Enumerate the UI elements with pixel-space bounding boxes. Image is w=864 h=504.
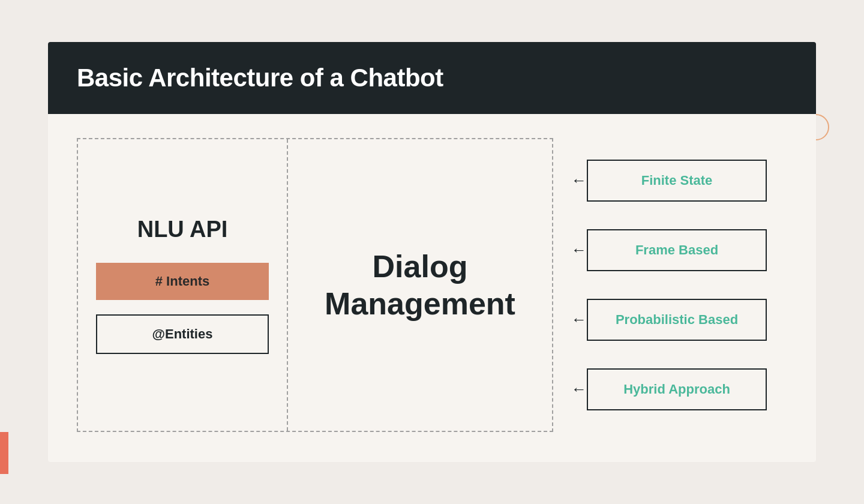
approach-row-frame-based: ← Frame Based xyxy=(571,229,767,271)
page-title: Basic Architecture of a Chatbot xyxy=(77,64,787,92)
arrow-icon-3: ← xyxy=(571,312,587,328)
main-card: Basic Architecture of a Chatbot NLU API … xyxy=(48,42,816,462)
hybrid-label: Hybrid Approach xyxy=(623,382,730,397)
arrow-icon-1: ← xyxy=(571,173,587,188)
intents-box: # Intents xyxy=(96,263,269,300)
approach-row-hybrid: ← Hybrid Approach xyxy=(571,368,767,410)
probabilistic-label: Probabilistic Based xyxy=(616,312,738,327)
entities-label: @Entities xyxy=(152,326,213,341)
approach-row-probabilistic: ← Probabilistic Based xyxy=(571,299,767,341)
page-container: Basic Architecture of a Chatbot NLU API … xyxy=(0,0,864,504)
outer-dashed-container: NLU API # Intents @Entities DialogManage… xyxy=(77,138,553,432)
entities-box: @Entities xyxy=(96,314,269,354)
frame-based-label: Frame Based xyxy=(635,242,718,257)
finite-state-label: Finite State xyxy=(641,173,713,188)
frame-based-box: Frame Based xyxy=(587,229,767,271)
header-banner: Basic Architecture of a Chatbot xyxy=(48,42,816,114)
diagram-area: NLU API # Intents @Entities DialogManage… xyxy=(48,114,816,462)
nlu-title: NLU API xyxy=(137,217,228,242)
finite-state-box: Finite State xyxy=(587,160,767,202)
dialog-section: DialogManagement xyxy=(288,139,552,431)
arrow-icon-4: ← xyxy=(571,382,587,397)
dialog-title: DialogManagement xyxy=(325,248,515,323)
probabilistic-box: Probabilistic Based xyxy=(587,299,767,341)
arrow-icon-2: ← xyxy=(571,242,587,258)
approach-row-finite-state: ← Finite State xyxy=(571,160,767,202)
hybrid-box: Hybrid Approach xyxy=(587,368,767,410)
right-boxes: ← Finite State ← Frame Based ← Probabili… xyxy=(571,138,787,432)
deco-rect-left xyxy=(0,432,8,474)
intents-label: # Intents xyxy=(155,274,209,289)
nlu-section: NLU API # Intents @Entities xyxy=(78,139,288,431)
